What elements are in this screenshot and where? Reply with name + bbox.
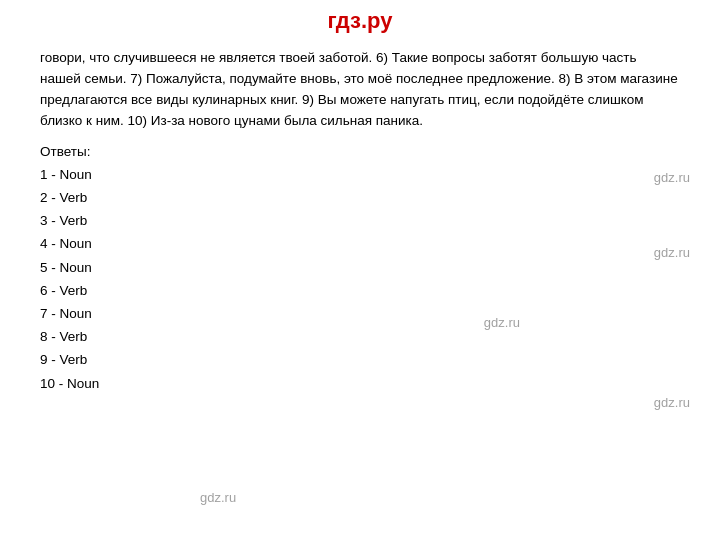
list-item: 6 - Verb	[40, 279, 680, 302]
body-text: говори, что случившееся не является твое…	[40, 48, 680, 132]
watermark-4: gdz.ru	[654, 395, 690, 410]
list-item: 1 - Noun	[40, 163, 680, 186]
list-item: 7 - Noun	[40, 302, 680, 325]
list-item: 3 - Verb	[40, 209, 680, 232]
list-item: 2 - Verb	[40, 186, 680, 209]
watermark-5: gdz.ru	[200, 490, 236, 505]
list-item: 8 - Verb	[40, 325, 680, 348]
answers-label: Ответы:	[40, 144, 680, 159]
list-item: 9 - Verb	[40, 348, 680, 371]
list-item: 5 - Noun	[40, 256, 680, 279]
list-item: 10 - Noun	[40, 372, 680, 395]
list-item: 4 - Noun	[40, 232, 680, 255]
answers-list: 1 - Noun2 - Verb3 - Verb4 - Noun5 - Noun…	[40, 163, 680, 395]
site-title: гдз.ру	[0, 0, 720, 40]
